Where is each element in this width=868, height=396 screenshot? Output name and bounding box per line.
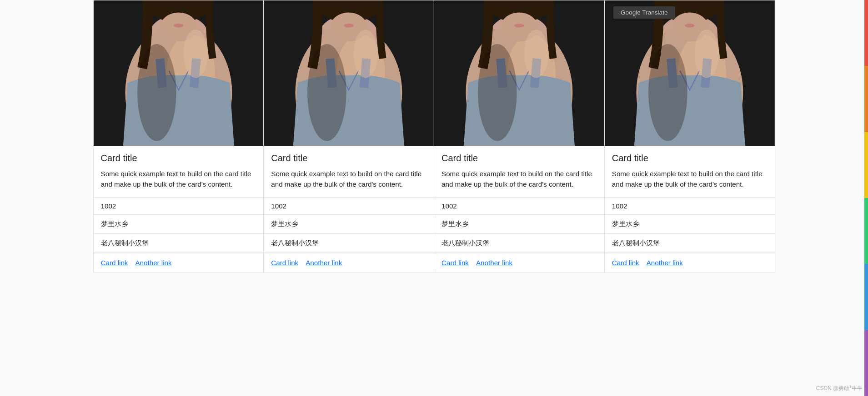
card-3-title: Card title <box>442 153 597 163</box>
card-3-list-item-2: 梦里水乡 <box>434 215 604 234</box>
card-2-footer: Card linkAnother link <box>264 253 434 272</box>
card-4-title: Card title <box>612 153 768 163</box>
card-2-list-item-1: 1002 <box>264 198 434 215</box>
color-segment-green <box>864 198 868 264</box>
card-1-another-link[interactable]: Another link <box>135 259 171 267</box>
card-1-list: 1002梦里水乡老八秘制小汉堡 <box>94 197 264 253</box>
card-3-another-link[interactable]: Another link <box>476 259 512 267</box>
svg-point-8 <box>174 24 183 28</box>
card-2-text: Some quick example text to build on the … <box>271 169 426 190</box>
svg-point-43 <box>648 44 687 141</box>
svg-point-31 <box>524 30 548 78</box>
card-4-list-item-3: 老八秘制小汉堡 <box>605 234 775 253</box>
card-2-another-link[interactable]: Another link <box>306 259 342 267</box>
card-3-list-item-1: 1002 <box>434 198 604 215</box>
card-4-body: Card titleSome quick example text to bui… <box>605 146 775 197</box>
card-2-title: Card title <box>271 153 426 163</box>
svg-point-30 <box>514 24 524 28</box>
card-2-card-link[interactable]: Card link <box>271 259 298 267</box>
card-3-footer: Card linkAnother link <box>434 253 604 272</box>
card-1-list-item-1: 1002 <box>94 198 264 215</box>
card-4-text: Some quick example text to build on the … <box>612 169 768 190</box>
card-3: Card titleSome quick example text to bui… <box>434 0 605 272</box>
card-1-body: Card titleSome quick example text to bui… <box>94 146 264 197</box>
card-4-another-link[interactable]: Another link <box>647 259 683 267</box>
cards-row: Card titleSome quick example text to bui… <box>93 0 775 272</box>
card-1-image <box>94 0 264 146</box>
card-2-list-item-2: 梦里水乡 <box>264 215 434 234</box>
color-segment-orange <box>864 66 868 132</box>
card-4-list: 1002梦里水乡老八秘制小汉堡 <box>605 197 775 253</box>
card-3-image <box>434 0 604 146</box>
card-2-body: Card titleSome quick example text to bui… <box>264 146 434 197</box>
card-2: Card titleSome quick example text to bui… <box>264 0 434 272</box>
card-1-text: Some quick example text to build on the … <box>101 169 256 190</box>
card-4-image <box>605 0 775 146</box>
svg-point-32 <box>478 44 517 141</box>
card-3-list-item-3: 老八秘制小汉堡 <box>434 234 604 253</box>
card-3-card-link[interactable]: Card link <box>442 259 469 267</box>
card-4-list-item-2: 梦里水乡 <box>605 215 775 234</box>
card-4: Card titleSome quick example text to bui… <box>605 0 775 272</box>
card-4-list-item-1: 1002 <box>605 198 775 215</box>
svg-point-42 <box>694 30 718 78</box>
card-1: Card titleSome quick example text to bui… <box>93 0 264 272</box>
card-1-card-link[interactable]: Card link <box>101 259 128 267</box>
card-4-footer: Card linkAnother link <box>605 253 775 272</box>
svg-point-20 <box>354 30 378 78</box>
card-2-list: 1002梦里水乡老八秘制小汉堡 <box>264 197 434 253</box>
color-bar <box>864 0 868 272</box>
svg-point-21 <box>307 44 346 141</box>
card-4-card-link[interactable]: Card link <box>612 259 639 267</box>
card-1-footer: Card linkAnother link <box>94 253 264 272</box>
color-segment-yellow <box>864 132 868 198</box>
card-3-body: Card titleSome quick example text to bui… <box>434 146 604 197</box>
color-segment-blue <box>864 264 868 272</box>
card-1-list-item-3: 老八秘制小汉堡 <box>94 234 264 253</box>
svg-point-9 <box>183 30 207 78</box>
svg-point-41 <box>685 24 694 28</box>
svg-point-19 <box>344 24 353 28</box>
page-container: Google Translate <box>93 0 775 272</box>
color-segment-red <box>864 0 868 66</box>
card-3-list: 1002梦里水乡老八秘制小汉堡 <box>434 197 604 253</box>
card-2-list-item-3: 老八秘制小汉堡 <box>264 234 434 253</box>
card-1-list-item-2: 梦里水乡 <box>94 215 264 234</box>
card-2-image <box>264 0 434 146</box>
svg-point-10 <box>137 44 176 141</box>
card-3-text: Some quick example text to build on the … <box>442 169 597 190</box>
card-1-title: Card title <box>101 153 256 163</box>
